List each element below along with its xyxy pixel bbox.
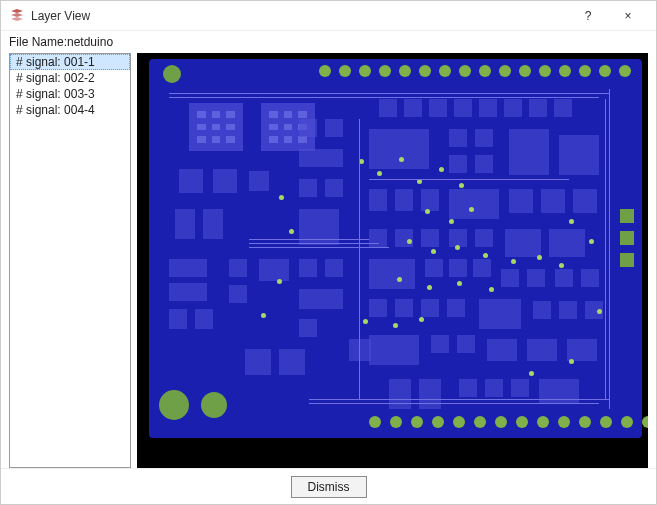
footer: Dismiss xyxy=(1,468,656,504)
pcb-board xyxy=(149,59,642,438)
component-grid-icon xyxy=(189,103,243,151)
signal-item[interactable]: # signal: 003-3 xyxy=(10,86,130,102)
square-pad-icon xyxy=(620,209,634,223)
signal-item[interactable]: # signal: 001-1 xyxy=(10,54,130,70)
signal-item[interactable]: # signal: 002-2 xyxy=(10,70,130,86)
close-button[interactable]: × xyxy=(608,2,648,30)
square-pad-icon xyxy=(620,253,634,267)
mounting-hole-icon xyxy=(163,65,181,83)
file-name-value: netduino xyxy=(67,35,113,49)
mounting-hole-icon xyxy=(201,392,227,418)
file-name-label: File Name:netduino xyxy=(1,31,656,53)
square-pad-icon xyxy=(620,231,634,245)
header-pads-top xyxy=(319,65,631,77)
help-button[interactable]: ? xyxy=(568,2,608,30)
file-name-prefix: File Name: xyxy=(9,35,67,49)
main-area: # signal: 001-1 # signal: 002-2 # signal… xyxy=(1,53,656,468)
dismiss-button[interactable]: Dismiss xyxy=(291,476,367,498)
signal-item[interactable]: # signal: 004-4 xyxy=(10,102,130,118)
mounting-hole-icon xyxy=(159,390,189,420)
window-title: Layer View xyxy=(31,9,90,23)
header-pads-bottom xyxy=(369,416,648,428)
signal-list[interactable]: # signal: 001-1 # signal: 002-2 # signal… xyxy=(9,53,131,468)
titlebar: Layer View ? × xyxy=(1,1,656,31)
pcb-viewer[interactable] xyxy=(137,53,648,468)
app-icon xyxy=(9,8,25,24)
